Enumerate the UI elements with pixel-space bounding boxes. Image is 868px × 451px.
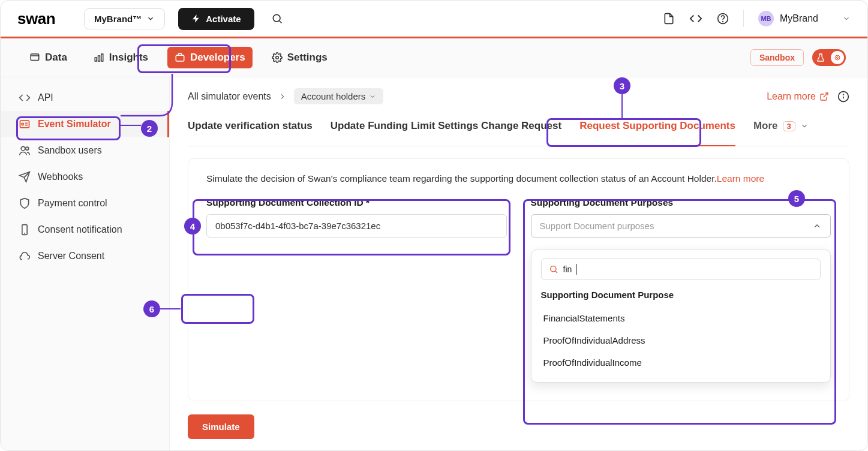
sidebar-item-event-simulator[interactable]: Event Simulator [1,111,169,137]
simulate-button[interactable]: Simulate [188,414,254,439]
svg-point-13 [22,123,23,125]
nav-data-label: Data [45,52,67,64]
dropdown-search[interactable]: fin [541,258,821,280]
nav-data[interactable]: Data [22,47,74,68]
toggle-knob [831,51,844,64]
chevron-down-icon [146,14,155,23]
users-icon [19,145,31,157]
user-menu[interactable]: MB MyBrand [758,11,851,26]
svg-line-18 [824,93,828,97]
search-icon [549,264,558,274]
sandbox-toggle[interactable] [812,49,846,66]
main-content: All simulator events Account holders Lea… [170,77,867,450]
breadcrumb-category-dropdown[interactable]: Account holders [294,88,384,104]
simulator-panel: Simulate the decision of Swan's complian… [188,158,849,401]
shield-icon [19,197,31,209]
sidebar-item-label: Event Simulator [38,119,111,130]
dropdown-option[interactable]: ProofOfIndividualAddress [541,329,821,351]
svg-point-10 [837,57,839,59]
sandbox-badge: Sandbox [750,49,804,66]
panel-description: Simulate the decision of Swan's complian… [206,173,831,184]
tab-update-verification[interactable]: Update verification status [188,120,313,146]
nav-insights[interactable]: Insights [86,47,155,68]
sidebar-item-label: Consent notification [38,224,122,235]
main-nav: Data Insights Developers Settings Sandbo… [1,38,867,77]
help-icon[interactable] [717,13,729,25]
svg-point-14 [21,146,25,151]
purposes-field: Supporting Document Purposes Support Doc… [531,197,831,383]
nav-insights-label: Insights [109,52,148,64]
purposes-dropdown: fin Supporting Document Purpose Financia… [531,249,831,383]
dropdown-option[interactable]: ProofOfIndividualIncome [541,351,821,374]
info-icon[interactable] [837,91,849,103]
file-icon[interactable] [663,13,675,25]
chart-icon [94,52,104,63]
tab-more[interactable]: More 3 [753,120,809,146]
nav-settings-label: Settings [287,52,328,64]
svg-point-22 [550,266,555,272]
flask-icon [816,53,825,62]
sidebar-item-label: Server Consent [38,251,104,261]
purposes-placeholder: Support Document purposes [540,221,654,231]
learn-more-label: Learn more [767,91,816,102]
sidebar-item-label: Webhooks [38,172,83,182]
chevron-down-icon [842,14,851,23]
tab-update-funding-limit[interactable]: Update Funding Limit Settings Change Req… [331,120,561,146]
breadcrumb-root[interactable]: All simulator events [188,91,271,102]
phone-icon [19,224,31,236]
simulator-icon [19,118,31,130]
bolt-icon [191,14,201,23]
svg-point-8 [275,56,278,59]
sidebar-item-server-consent[interactable]: Server Consent [1,243,169,269]
chevron-right-icon [278,92,287,101]
breadcrumb: All simulator events Account holders Lea… [188,88,849,104]
svg-point-0 [273,14,280,22]
nav-settings[interactable]: Settings [265,47,335,68]
brand-selector-label: MyBrand™ [94,14,142,24]
sidebar: API Event Simulator Sandbox users Webhoo… [1,77,170,450]
collection-id-input[interactable] [206,214,507,237]
code-icon[interactable] [689,12,702,25]
search-icon[interactable] [271,13,283,25]
panel-learn-more-link[interactable]: Learn more [717,173,764,184]
tab-more-count: 3 [783,121,795,131]
collection-id-label: Supporting Document Collection ID * [206,197,507,208]
svg-rect-7 [176,55,184,61]
avatar: MB [758,11,774,26]
activate-button-label: Activate [206,14,241,24]
purposes-label: Supporting Document Purposes [531,197,831,208]
database-icon [29,52,40,63]
header-right: MB MyBrand [663,10,851,27]
tabs: Update verification status Update Fundin… [188,120,849,146]
nav-developers-label: Developers [190,52,245,64]
send-icon [19,171,31,183]
tab-request-supporting-documents[interactable]: Request Supporting Documents [579,120,735,146]
sidebar-item-label: API [38,92,53,103]
sidebar-item-label: Payment control [38,198,107,209]
user-name: MyBrand [780,13,818,24]
tools-icon [175,52,185,63]
sidebar-item-webhooks[interactable]: Webhooks [1,164,169,190]
gear-icon [272,52,283,63]
svg-point-3 [723,22,723,22]
divider [743,10,744,27]
cloud-icon [19,250,31,262]
brand-selector[interactable]: MyBrand™ [84,8,165,29]
dropdown-option[interactable]: FinancialStatements [541,307,821,329]
svg-point-11 [835,55,840,60]
sidebar-item-sandbox-users[interactable]: Sandbox users [1,137,169,164]
activate-button[interactable]: Activate [178,8,254,30]
svg-point-15 [26,147,29,150]
tab-more-label: More [753,120,778,132]
purposes-select[interactable]: Support Document purposes [531,214,831,237]
svg-line-23 [555,271,557,273]
sidebar-item-payment-control[interactable]: Payment control [1,190,169,217]
sidebar-item-consent-notification[interactable]: Consent notification [1,217,169,243]
dropdown-group-label: Supporting Document Purpose [541,290,821,300]
learn-more-link[interactable]: Learn more [767,91,829,102]
app-header: swan MyBrand™ Activate MB MyBrand [1,1,867,38]
nav-developers[interactable]: Developers [167,47,253,68]
svg-rect-5 [98,56,100,61]
sidebar-item-api[interactable]: API [1,85,169,111]
collection-id-field: Supporting Document Collection ID * [206,197,507,383]
